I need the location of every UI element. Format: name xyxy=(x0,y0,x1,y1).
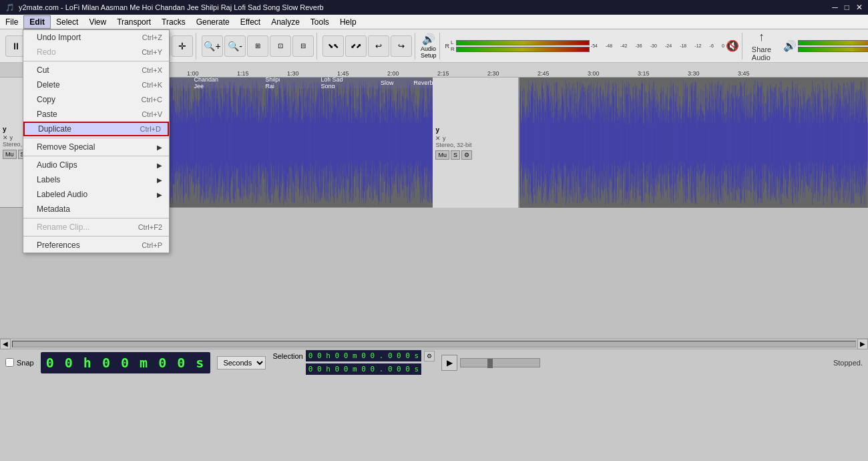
labels-arrow: ▶ xyxy=(157,176,162,184)
playback-play-button[interactable]: ▶ xyxy=(441,355,457,371)
tick-100: 1:00 xyxy=(187,70,199,77)
playback-speed-slider[interactable] xyxy=(460,358,540,367)
selection-row-1: Selection 0 0 h 0 0 m 0 0 . 0 0 0 s ⚙ xyxy=(272,350,435,361)
rename-clip-shortcut: Ctrl+F2 xyxy=(138,223,162,231)
scroll-track[interactable] xyxy=(12,341,856,347)
share-audio-label: Share Audio xyxy=(752,45,771,61)
menu-metadata[interactable]: Metadata xyxy=(23,202,169,216)
maximize-button[interactable]: □ xyxy=(845,3,849,12)
zoom-out-button[interactable]: 🔍- xyxy=(224,35,246,57)
redo-button[interactable]: ↪ xyxy=(391,35,412,57)
menu-delete[interactable]: Delete Ctrl+K xyxy=(23,78,169,92)
silence-button[interactable]: ⬋⬈ xyxy=(345,35,367,57)
menu-item-tools[interactable]: Tools xyxy=(305,16,335,28)
paste-label: Paste xyxy=(37,110,128,119)
minimize-button[interactable]: ─ xyxy=(832,3,838,12)
clip-name-5: Slow xyxy=(381,80,394,86)
remove-special-arrow: ▶ xyxy=(157,144,162,151)
title-bar: 🎵 y2mate.com - LoFi Milan Aasman Me Hoi … xyxy=(0,0,868,15)
tick-300: 3:00 xyxy=(588,70,600,77)
tick-230: 2:30 xyxy=(487,70,499,77)
menu-undo-import[interactable]: Undo Import Ctrl+Z xyxy=(23,30,169,45)
tick-245: 2:45 xyxy=(537,70,550,77)
menu-bar: File Edit Select View Transport Tracks G… xyxy=(0,15,868,29)
tick-115: 1:15 xyxy=(237,70,249,77)
menu-item-generate[interactable]: Generate xyxy=(191,16,235,28)
menu-redo[interactable]: Redo Ctrl+Y xyxy=(23,45,169,59)
delete-label: Delete xyxy=(37,80,128,90)
zoom-fit-button[interactable]: ⊞ xyxy=(247,35,268,57)
menu-copy[interactable]: Copy Ctrl+C xyxy=(23,92,169,107)
menu-item-transport[interactable]: Transport xyxy=(112,16,156,28)
cut-shortcut: Ctrl+X xyxy=(142,66,162,74)
multi-tool-button[interactable]: ✛ xyxy=(172,35,193,57)
track-2-settings[interactable]: ⚙ xyxy=(461,150,472,160)
close-button[interactable]: ✕ xyxy=(856,3,863,12)
menu-cut[interactable]: Cut Ctrl+X xyxy=(23,63,169,78)
duplicate-label: Duplicate xyxy=(38,124,127,134)
selection-row-2: Selection 0 0 h 0 0 m 0 0 . 0 0 0 s xyxy=(272,363,435,375)
menu-item-select[interactable]: Select xyxy=(51,16,83,28)
paste-shortcut: Ctrl+V xyxy=(142,110,162,118)
separator-3 xyxy=(23,156,169,156)
track-1-mute[interactable]: Mu xyxy=(3,150,17,159)
track-waveform-2[interactable] xyxy=(519,78,868,208)
snap-label[interactable]: Snap xyxy=(17,359,34,367)
rename-clip-label: Rename Clip... xyxy=(37,222,125,232)
menu-item-edit[interactable]: Edit xyxy=(23,15,51,29)
playback-slider-handle xyxy=(487,359,493,368)
redo-shortcut: Ctrl+Y xyxy=(142,48,162,56)
labels-label: Labels xyxy=(37,175,154,184)
menu-item-help[interactable]: Help xyxy=(335,16,362,28)
track-2-type: Stereo, 32-bit xyxy=(435,142,515,148)
menu-item-view[interactable]: View xyxy=(83,16,112,28)
menu-paste[interactable]: Paste Ctrl+V xyxy=(23,107,169,122)
playback-section: ▶ xyxy=(441,355,540,371)
output-volume-knob[interactable]: 🔊 xyxy=(783,39,797,52)
delete-shortcut: Ctrl+K xyxy=(142,81,162,89)
share-audio-button[interactable]: ↑ Share Audio xyxy=(745,27,778,64)
horizontal-scrollbar[interactable]: ◀ ▶ xyxy=(0,338,868,349)
edit-dropdown-menu: Undo Import Ctrl+Z Redo Ctrl+Y Cut Ctrl+… xyxy=(23,29,170,253)
zoom-reset-button[interactable]: ⊟ xyxy=(292,35,314,57)
seconds-dropdown[interactable]: Seconds h:mm:ss Samples xyxy=(217,356,266,369)
menu-labeled-audio[interactable]: Labeled Audio ▶ xyxy=(23,187,169,202)
audio-setup-button[interactable]: 🔊 Audio Setup xyxy=(421,33,437,59)
track-2-close[interactable]: ✕ y xyxy=(435,135,515,142)
audio-setup-label: Audio Setup xyxy=(421,45,437,59)
undo-button[interactable]: ↩ xyxy=(368,35,389,57)
status-text: Stopped. xyxy=(833,359,863,367)
track-2-solo[interactable]: S xyxy=(451,150,460,160)
scroll-left-button[interactable]: ◀ xyxy=(0,339,11,349)
menu-remove-special[interactable]: Remove Special ▶ xyxy=(23,140,169,154)
window-title: y2mate.com - LoFi Milan Aasman Me Hoi Ch… xyxy=(19,3,324,11)
zoom-in-button[interactable]: 🔍+ xyxy=(202,35,223,57)
trim-button[interactable]: ⬊⬉ xyxy=(322,35,344,57)
menu-rename-clip[interactable]: Rename Clip... Ctrl+F2 xyxy=(23,220,169,235)
menu-preferences[interactable]: Preferences Ctrl+P xyxy=(23,238,169,253)
input-volume-knob[interactable]: 🔇 xyxy=(726,39,739,52)
menu-item-file[interactable]: File xyxy=(0,16,23,28)
selection-settings-button[interactable]: ⚙ xyxy=(424,351,435,361)
zoom-group: 🔍+ 🔍- ⊞ ⊡ ⊟ xyxy=(199,33,317,59)
title-bar-left: 🎵 y2mate.com - LoFi Milan Aasman Me Hoi … xyxy=(5,3,324,12)
selection-time-2: 0 0 h 0 0 m 0 0 . 0 0 0 s xyxy=(306,363,422,375)
audio-setup-group: 🔊 Audio Setup xyxy=(418,33,440,59)
preferences-label: Preferences xyxy=(37,241,128,250)
selection-label: Selection xyxy=(272,352,302,360)
menu-duplicate[interactable]: Duplicate Ctrl+D xyxy=(23,122,169,136)
clip-name-2: Chandan Jee xyxy=(194,78,226,88)
menu-item-analyze[interactable]: Analyze xyxy=(266,16,305,28)
clip-name-3: Shilpi Raj xyxy=(265,78,287,88)
copy-shortcut: Ctrl+C xyxy=(142,96,162,104)
scroll-right-button[interactable]: ▶ xyxy=(857,339,868,349)
tick-130: 1:30 xyxy=(287,70,299,77)
menu-item-tracks[interactable]: Tracks xyxy=(156,16,191,28)
menu-item-effect[interactable]: Effect xyxy=(235,16,266,28)
separator-5 xyxy=(23,236,169,237)
snap-checkbox[interactable] xyxy=(5,358,14,367)
zoom-sel-button[interactable]: ⊡ xyxy=(270,35,291,57)
track-2-mute[interactable]: Mu xyxy=(435,150,449,160)
menu-labels[interactable]: Labels ▶ xyxy=(23,172,169,187)
menu-audio-clips[interactable]: Audio Clips ▶ xyxy=(23,158,169,172)
